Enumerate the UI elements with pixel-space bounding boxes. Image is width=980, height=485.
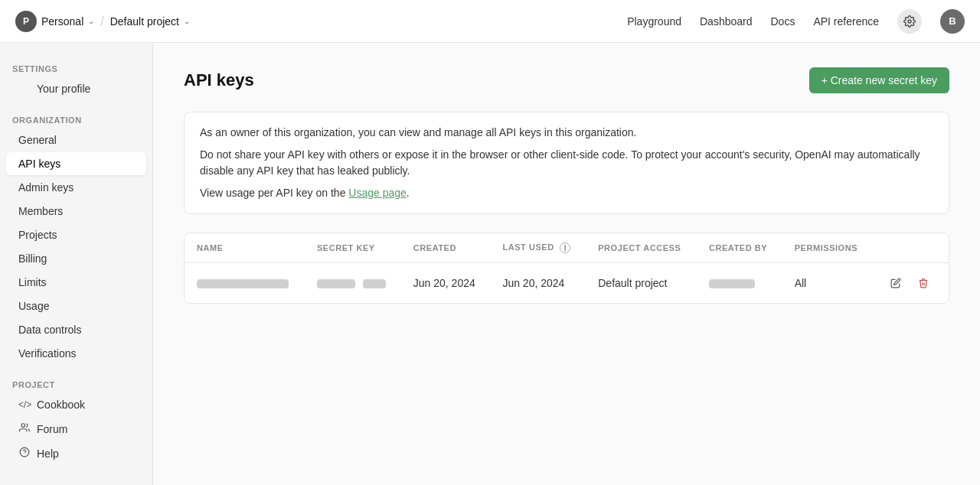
sidebar-item-billing[interactable]: Billing [6,247,146,270]
delete-key-button[interactable] [913,272,934,294]
name-blurred [197,279,289,288]
info-box: As an owner of this organization, you ca… [184,112,949,214]
breadcrumb-separator: / [100,15,103,28]
user-avatar-button[interactable]: B [940,9,965,34]
layout: SETTINGS Your profile ORGANIZATION Gener… [0,43,980,485]
cell-project-access: Default project [586,263,697,304]
col-actions [873,233,949,263]
sidebar-item-cookbook[interactable]: </> Cookbook [6,393,146,416]
cell-actions [873,263,949,304]
org-section-label: ORGANIZATION [0,109,152,128]
sidebar-item-projects[interactable]: Projects [6,223,146,246]
topnav: P Personal ⌄ / Default project ⌄ Playgro… [0,0,980,43]
info-text-2: Do not share your API key with others or… [200,147,933,179]
sidebar-item-forum[interactable]: Forum [6,417,146,441]
cell-permissions: All [782,263,873,304]
col-created: CREATED [401,233,491,263]
col-permissions: PERMISSIONS [782,233,873,263]
col-project-access: PROJECT ACCESS [586,233,697,263]
sidebar-item-usage[interactable]: Usage [6,295,146,317]
secret-key-blurred-2 [363,279,386,288]
page-header: API keys + Create new secret key [184,67,949,93]
col-created-by: CREATED BY [697,233,782,263]
info-text-3: View usage per API key on the Usage page… [200,185,933,201]
api-keys-table-container: NAME SECRET KEY CREATED LAST USED i PROJ… [184,233,949,304]
personal-avatar: P [15,11,37,32]
nav-playground[interactable]: Playground [627,15,681,28]
settings-section-label: SETTINGS [0,58,152,76]
sidebar-item-help[interactable]: Help [6,441,146,465]
col-secret-key: SECRET KEY [305,233,401,263]
sidebar-item-data-controls[interactable]: Data controls [6,318,146,341]
table-scroll: NAME SECRET KEY CREATED LAST USED i PROJ… [185,233,949,303]
col-name: NAME [185,233,305,263]
col-last-used: LAST USED i [490,233,586,263]
project-label: Default project [110,15,179,28]
personal-label: Personal [41,15,83,28]
project-section-label: PROJECT [0,374,152,392]
sidebar-item-verifications[interactable]: Verifications [6,342,146,365]
sidebar-item-general[interactable]: General [6,129,146,151]
cell-secret-key [305,263,401,304]
last-used-info-icon[interactable]: i [560,242,570,253]
personal-chevron-icon: ⌄ [88,17,94,25]
project-selector[interactable]: Default project ⌄ [110,15,190,28]
table-row: Jun 20, 2024 Jun 20, 2024 Default projec… [185,263,949,304]
nav-dashboard[interactable]: Dashboard [700,15,753,28]
sidebar-item-your-profile[interactable]: Your profile [6,77,146,100]
nav-docs[interactable]: Docs [770,15,795,28]
cell-created: Jun 20, 2024 [401,263,491,304]
api-keys-table: NAME SECRET KEY CREATED LAST USED i PROJ… [185,233,949,303]
svg-point-1 [21,424,25,428]
sidebar-item-api-keys[interactable]: API keys [6,152,146,175]
settings-icon-button[interactable] [897,9,922,34]
usage-page-link[interactable]: Usage page [348,187,407,199]
info-text-1: As an owner of this organization, you ca… [200,125,933,141]
sidebar-item-admin-keys[interactable]: Admin keys [6,176,146,199]
personal-selector[interactable]: P Personal ⌄ [15,11,94,32]
create-secret-key-button[interactable]: + Create new secret key [809,67,949,93]
secret-key-blurred-1 [317,279,355,288]
sidebar-item-limits[interactable]: Limits [6,271,146,294]
cell-last-used: Jun 20, 2024 [490,263,586,304]
page-title: API keys [184,70,254,90]
nav-api-reference[interactable]: API reference [813,15,879,28]
help-icon [18,447,31,460]
created-by-blurred [709,279,755,288]
cookbook-icon: </> [18,399,31,410]
cell-created-by [697,263,782,304]
row-actions [885,272,936,294]
topnav-left: P Personal ⌄ / Default project ⌄ [15,11,190,32]
project-chevron-icon: ⌄ [184,17,190,25]
main-content: API keys + Create new secret key As an o… [153,43,980,485]
svg-point-0 [908,20,911,23]
cell-name [185,263,305,304]
edit-key-button[interactable] [885,272,906,294]
forum-icon [18,422,31,435]
sidebar-item-members[interactable]: Members [6,200,146,223]
sidebar: SETTINGS Your profile ORGANIZATION Gener… [0,43,153,485]
topnav-right: Playground Dashboard Docs API reference … [627,9,965,34]
